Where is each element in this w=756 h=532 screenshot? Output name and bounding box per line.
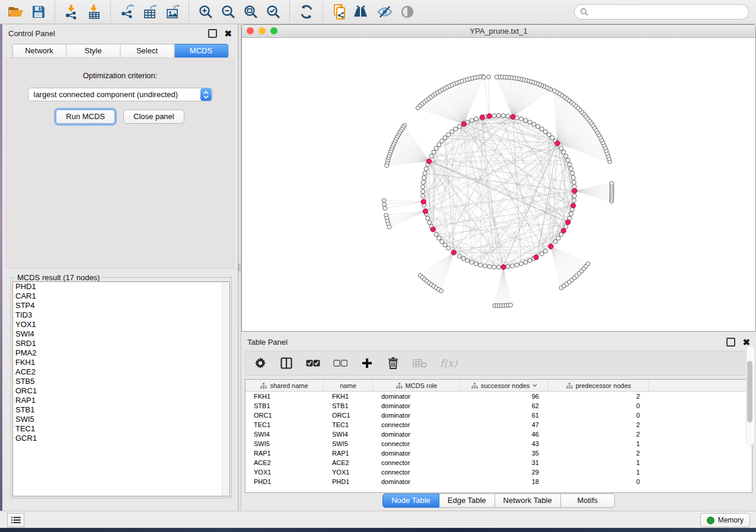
table-scrollbar[interactable]: [746, 346, 755, 446]
graph-node[interactable]: [506, 265, 510, 269]
graph-node[interactable]: [556, 236, 560, 240]
graph-leaf-node[interactable]: [509, 303, 513, 307]
mcds-result-item[interactable]: TEC1: [13, 424, 229, 434]
clone-network-icon[interactable]: [328, 2, 351, 22]
export-network-icon[interactable]: [116, 2, 139, 22]
graph-node[interactable]: [528, 258, 532, 262]
graph-hub-node[interactable]: [426, 159, 431, 164]
zoom-selected-icon[interactable]: [262, 2, 285, 22]
select-all-icon[interactable]: [306, 356, 320, 370]
graph-node[interactable]: [479, 263, 483, 267]
graph-node[interactable]: [446, 246, 451, 250]
tab-style[interactable]: Style: [66, 44, 120, 58]
graph-node[interactable]: [528, 120, 532, 124]
graph-leaf-node[interactable]: [586, 262, 590, 266]
deselect-all-icon[interactable]: [333, 356, 347, 370]
split-view-icon[interactable]: [280, 356, 293, 370]
graph-node[interactable]: [421, 185, 425, 189]
search-input[interactable]: [588, 7, 743, 17]
graph-node[interactable]: [506, 114, 510, 118]
graph-hub-node[interactable]: [534, 255, 538, 259]
graph-node[interactable]: [524, 260, 528, 264]
mcds-result-item[interactable]: TID3: [13, 310, 229, 320]
tab-select[interactable]: Select: [120, 44, 174, 58]
column-header-shared-name[interactable]: shared name: [245, 380, 324, 391]
graph-node[interactable]: [519, 262, 524, 266]
graph-node[interactable]: [429, 154, 433, 158]
graph-node[interactable]: [434, 232, 438, 236]
graph-node[interactable]: [424, 166, 428, 171]
table-tab-node-table[interactable]: Node Table: [382, 493, 439, 508]
close-traffic-light[interactable]: [247, 27, 254, 34]
graph-node[interactable]: [559, 146, 563, 150]
graph-node[interactable]: [564, 225, 568, 229]
table-row[interactable]: RAP1RAP1dominator352: [245, 448, 752, 458]
graph-leaf-node[interactable]: [553, 89, 557, 93]
graph-leaf-node[interactable]: [495, 75, 499, 79]
graph-node[interactable]: [550, 136, 554, 140]
graph-node[interactable]: [543, 130, 547, 134]
graph-node[interactable]: [421, 194, 425, 198]
table-row[interactable]: SWI4SWI4dominator462: [245, 430, 752, 439]
graph-leaf-node[interactable]: [416, 106, 420, 110]
graph-node[interactable]: [440, 239, 444, 243]
mcds-result-item[interactable]: RAP1: [13, 396, 229, 405]
graph-hub-node[interactable]: [501, 265, 506, 270]
graph-node[interactable]: [492, 265, 496, 269]
graph-leaf-node[interactable]: [383, 206, 387, 210]
mcds-result-list[interactable]: PHD1CAR1STP4TID3YOX1SWI4SRD1PMA2FKH1ACE2…: [12, 281, 230, 496]
task-history-button[interactable]: [7, 513, 24, 527]
graph-node[interactable]: [487, 265, 492, 269]
graph-hub-node[interactable]: [421, 199, 426, 204]
control-panel-float-icon[interactable]: [208, 29, 217, 38]
graph-node[interactable]: [428, 220, 432, 225]
graph-node[interactable]: [440, 139, 444, 143]
graph-hub-node[interactable]: [572, 188, 577, 193]
graph-hub-node[interactable]: [480, 115, 484, 120]
zoom-out-icon[interactable]: [217, 2, 240, 22]
graph-node[interactable]: [571, 175, 575, 180]
graph-leaf-node[interactable]: [610, 181, 614, 185]
mcds-result-item[interactable]: ACE2: [13, 367, 229, 377]
export-table-icon[interactable]: [139, 2, 161, 22]
graph-node[interactable]: [567, 162, 572, 166]
column-header-name[interactable]: name: [324, 380, 373, 391]
graph-node[interactable]: [421, 180, 425, 184]
graph-node[interactable]: [497, 265, 501, 270]
graph-node[interactable]: [434, 146, 438, 150]
table-row[interactable]: STB1STB1dominator620: [245, 401, 752, 411]
graph-node[interactable]: [570, 171, 575, 175]
graph-node[interactable]: [519, 117, 524, 121]
graph-node[interactable]: [483, 264, 487, 268]
save-session-icon[interactable]: [27, 2, 50, 22]
graph-node[interactable]: [422, 175, 426, 180]
graph-node[interactable]: [524, 118, 528, 123]
graph-node[interactable]: [492, 114, 496, 118]
mcds-result-item[interactable]: SRD1: [13, 339, 229, 348]
show-details-icon[interactable]: [396, 2, 419, 22]
graph-leaf-node[interactable]: [385, 164, 389, 168]
column-header-successor-nodes[interactable]: successor nodes: [461, 380, 548, 391]
search-network-icon[interactable]: [351, 2, 374, 22]
graph-node[interactable]: [547, 133, 551, 137]
graph-node[interactable]: [569, 212, 573, 216]
graph-node[interactable]: [432, 150, 436, 154]
graph-node[interactable]: [540, 127, 544, 131]
mcds-result-item[interactable]: ORC1: [13, 386, 229, 396]
graph-node[interactable]: [474, 262, 478, 266]
graph-hub-node[interactable]: [561, 228, 566, 233]
tab-mcds[interactable]: MCDS: [174, 44, 228, 58]
mcds-result-item[interactable]: SWI4: [13, 329, 229, 339]
table-scrollbar-thumb[interactable]: [747, 361, 752, 422]
graph-leaf-node[interactable]: [487, 75, 491, 79]
graph-node[interactable]: [540, 252, 544, 256]
memory-button[interactable]: Memory: [700, 513, 750, 527]
table-row[interactable]: ACE2ACE2connector311: [245, 458, 752, 467]
graph-node[interactable]: [454, 127, 458, 131]
table-row[interactable]: TEC1TEC1connector472: [245, 420, 752, 430]
add-column-icon[interactable]: [361, 356, 374, 370]
graph-node[interactable]: [474, 117, 478, 121]
graph-node[interactable]: [564, 154, 568, 158]
mcds-list-scrollbar[interactable]: [222, 282, 229, 496]
graph-node[interactable]: [421, 190, 425, 194]
